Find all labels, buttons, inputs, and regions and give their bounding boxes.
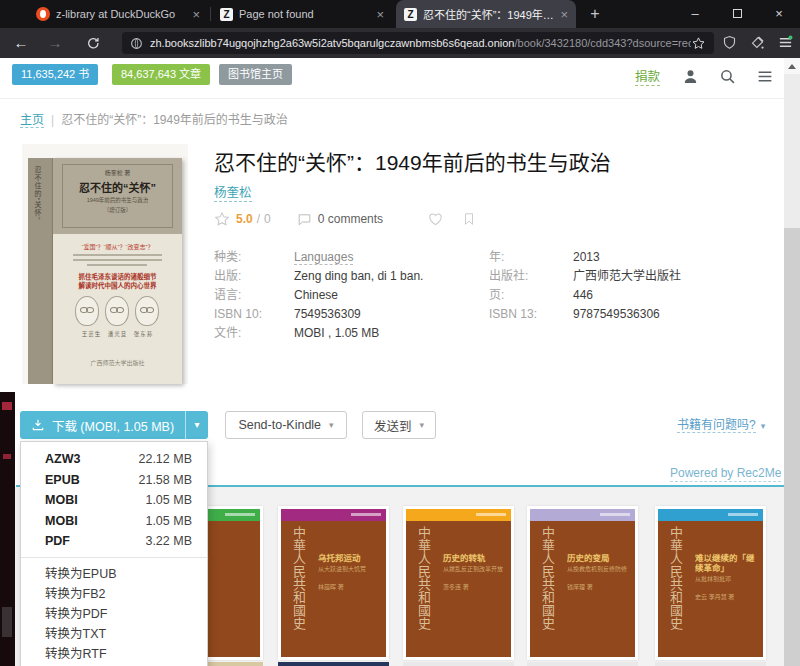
cover-highlight: 解读时代中国人的内心世界 [53,280,182,290]
duckduckgo-icon [36,7,50,21]
convert-option-fb2[interactable]: 转换为FB2 [21,584,207,604]
cover-portrait-names: 王芸生 潘光旦 张东荪 [53,330,182,338]
chevron-down-icon: ▾ [419,420,424,430]
new-tab-button[interactable]: + [584,3,606,25]
url-bar[interactable]: zh.bookszlibb74ugqojhzhg2a63w5i2atv5bqar… [122,32,714,54]
series-color-bar [658,509,763,521]
badge-articles-count[interactable]: 84,637,643 文章 [112,64,210,85]
scrollbar-thumb[interactable] [784,228,800,666]
page-menu-icon[interactable] [756,68,774,89]
search-icon[interactable] [719,68,736,89]
clean-sweep-icon[interactable] [746,28,768,58]
shield-icon[interactable] [718,28,740,58]
series-calligraphy: 中華人民共和國史 [289,526,308,654]
tab-title: 忍不住的“关怀”：1949年前后的 [423,6,554,22]
window-close-button[interactable]: × [764,0,794,28]
download-button[interactable]: 下载 (MOBI, 1.05 MB) [20,411,185,439]
series-color-bar [406,509,511,521]
related-book-card[interactable] [403,662,514,666]
page-title: 忍不住的“关怀”：1949年前后的书生与政治 [214,146,754,176]
author-link[interactable]: 杨奎松 [214,186,252,202]
comments-icon[interactable] [297,212,312,227]
tab-close-icon[interactable]: × [376,8,384,21]
related-book-card[interactable] [655,662,766,666]
book-cover-fragment [0,392,15,666]
format-option-pdf[interactable]: PDF3.22 MB [21,531,207,552]
menu-divider [21,557,207,558]
send-to-kindle-button[interactable]: Send-to-Kindle▾ [225,411,347,439]
rating-value: 5.0 [236,212,253,226]
chevron-down-icon: ▾ [761,421,766,431]
account-icon[interactable] [682,68,699,89]
format-option-mobi[interactable]: MOBI1.05 MB [21,511,207,532]
window-maximize-button[interactable] [722,0,752,28]
bookmark-icon[interactable] [462,211,476,227]
breadcrumb-current: 忍不住的“关怀”：1949年前后的书生与政治 [61,113,288,127]
meta-value: 446 [573,288,593,302]
related-book-card[interactable] [278,662,389,666]
reload-icon[interactable] [82,28,104,58]
cover-portrait [105,296,129,326]
forward-icon[interactable]: → [44,28,66,58]
related-book-card[interactable]: 中華人民共和國史 难以继续的「继续革命」 从批林到批邓 史云 李丹慧 著 [655,506,766,660]
tab-duckduckgo[interactable]: z-library at DuckDuckGo × [28,0,208,28]
format-option-epub[interactable]: EPUB21.58 MB [21,470,207,491]
favorite-heart-icon[interactable] [427,211,444,227]
header-divider [0,98,784,99]
scrollbar-up-button[interactable] [784,58,800,74]
donate-link[interactable]: 捐款 [635,70,660,86]
bookmark-star-icon[interactable] [691,36,706,51]
series-calligraphy: 中華人民共和國史 [538,526,557,654]
back-icon[interactable]: ← [10,28,32,58]
download-options-caret[interactable]: ▾ [185,411,208,439]
convert-option-pdf[interactable]: 转换为PDF [21,604,207,624]
meta-languages-link[interactable]: Languages [294,250,353,265]
site-info-icon[interactable] [130,37,143,50]
zlibrary-icon: Z [404,8,417,21]
meta-value: Zeng ding ban, di 1 ban. [294,269,423,283]
tab-close-icon[interactable]: × [192,8,200,21]
browser-toolbar: ← → zh.bookszlibb74ugqojhzhg2a63w5i2atv5… [0,28,800,58]
powered-by-link[interactable]: Powered by Rec2Me [670,466,781,482]
convert-option-epub[interactable]: 转换为EPUB [21,564,207,584]
meta-value: 广西师范大学出版社 [573,269,681,283]
meta-value: 2013 [573,250,600,264]
browser-chrome: z-library at DuckDuckGo × Z Page not fou… [0,0,800,58]
tab-title: z-library at DuckDuckGo [56,8,186,20]
cover-title-line: 忍不住的“关怀” [53,179,182,195]
meta-value: 7549536309 [294,307,361,321]
series-color-bar [530,509,635,521]
cover-subtitle-line: 1949年前后的书生与政治 [53,196,182,204]
meta-value: MOBI , 1.05 MB [294,326,379,340]
badge-books-count[interactable]: 11,635,242 书 [12,64,98,85]
convert-option-rtf[interactable]: 转换为RTF [21,644,207,664]
related-book-title: 乌托邦运动 [318,553,380,563]
convert-option-txt[interactable]: 转换为TXT [21,624,207,644]
report-problem-link[interactable]: 书籍有问题吗?▾ [677,415,765,432]
cover-edition-line: 〔增订版〕 [53,206,182,214]
related-book-card[interactable]: 中華人民共和國史 历史的转轨 从拨乱反正到改革开放 萧冬连 著 [403,506,514,660]
tab-close-icon[interactable]: × [560,8,568,21]
format-option-mobi[interactable]: MOBI1.05 MB [21,490,207,511]
rating-star-icon[interactable] [214,211,230,227]
book-cover-image[interactable]: 忍不住的“关怀” 杨奎松 著 忍不住的“关怀” 1949年前后的书生与政治 〔增… [22,144,188,384]
tab-active-book[interactable]: Z 忍不住的“关怀”：1949年前后的 × [396,0,576,28]
breadcrumb-home-link[interactable]: 主页 [20,113,44,128]
format-option-azw3[interactable]: AZW322.12 MB [21,449,207,470]
tab-page-not-found[interactable]: Z Page not found × [212,0,392,28]
related-book-card[interactable] [527,662,638,666]
url-text: zh.bookszlibb74ugqojhzhg2a63w5i2atv5bqar… [150,37,691,49]
cover-portrait [75,296,99,326]
tab-bar: z-library at DuckDuckGo × Z Page not fou… [0,0,800,28]
related-book-title: 历史的转轨 [443,553,505,563]
send-to-button[interactable]: 发送到▾ [362,411,436,439]
tab-title: Page not found [239,8,370,20]
related-book-card[interactable]: 中華人民共和國史 历史的变局 从挽救危机到反修防修 钱庠理 著 [527,506,638,660]
meta-value: 9787549536306 [573,307,660,321]
window-minimize-button[interactable]: – [680,0,710,28]
comments-link[interactable]: 0 comments [318,212,383,226]
browser-menu-icon[interactable] [774,28,796,58]
related-book-card[interactable]: 中華人民共和國史 乌托邦运动 从大跃进到大饥荒 林蕴晖 著 [278,506,389,660]
meta-label: 种类: [214,250,241,264]
badge-library-home[interactable]: 图书馆主页 [219,64,292,85]
